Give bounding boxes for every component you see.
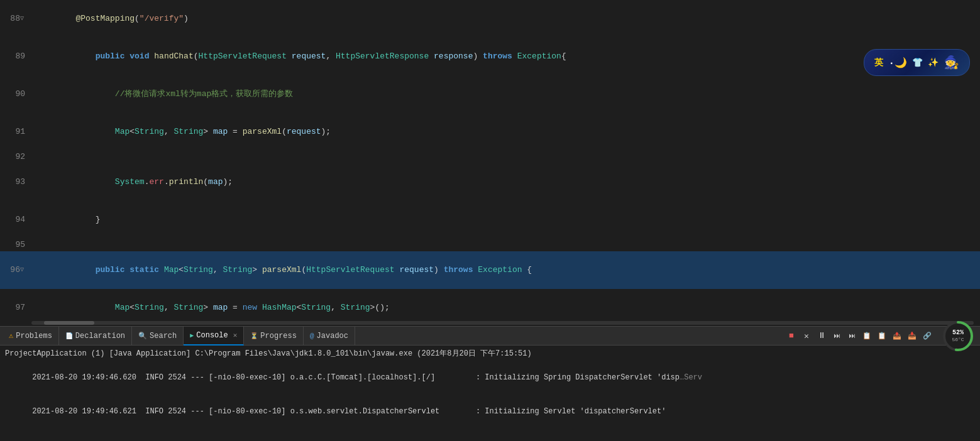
line-content-91: Map<String, String> map = parseXml(reque… — [31, 113, 980, 151]
stop-button[interactable]: ■ — [785, 330, 798, 342]
console-log-1: 2021-08-20 19:49:46.620 INFO 2524 --- [-… — [5, 361, 975, 395]
line-content-96: public static Map<String, String> parseX… — [31, 251, 980, 289]
code-line-96: 96 ▽ public static Map<String, String> p… — [0, 251, 980, 289]
console-log-2: 2021-08-20 19:49:46.621 INFO 2524 --- [-… — [5, 395, 975, 428]
console-close[interactable]: ✕ — [233, 331, 238, 339]
tab-search-label: Search — [150, 332, 177, 340]
import-button[interactable]: 📥 — [906, 330, 918, 342]
progress-icon: ⏳ — [250, 332, 258, 340]
gutter-94: 94 — [0, 201, 31, 239]
copy-button[interactable]: 📋 — [861, 330, 873, 342]
weather-shirt: 👕 — [912, 57, 923, 68]
gutter-93: 93 — [0, 163, 31, 201]
line-content-97: Map<String, String> map = new HashMap<St… — [31, 289, 980, 320]
code-line-97: 97 Map<String, String> map = new HashMap… — [0, 289, 980, 320]
code-container[interactable]: 88 ▽ @PostMapping("/verify") 89 public v… — [0, 0, 980, 320]
tab-progress-label: Progress — [260, 332, 297, 340]
line-content-94: } — [31, 201, 980, 239]
tab-search[interactable]: 🔍 Search — [132, 327, 184, 346]
progress-circle-widget: 52% 56°C — [941, 319, 975, 353]
tab-problems[interactable]: ⚠ Problems — [3, 327, 59, 346]
horizontal-scrollbar[interactable] — [0, 320, 980, 326]
declaration-icon: 📄 — [65, 332, 73, 340]
tab-progress[interactable]: ⏳ Progress — [244, 327, 304, 346]
fold-icon-96[interactable]: ▽ — [20, 264, 24, 276]
link-button[interactable]: 🔗 — [921, 330, 933, 342]
weather-wizard: 🧙 — [944, 55, 959, 70]
console-content[interactable]: ProjectApplication (1) [Java Application… — [0, 346, 980, 441]
paste-button[interactable]: 📋 — [876, 330, 888, 342]
code-line-94: 94 } — [0, 201, 980, 239]
gutter-90: 90 — [0, 75, 31, 113]
export-button[interactable]: 📤 — [891, 330, 903, 342]
code-line-95: 95 — [0, 239, 980, 251]
gutter-95: 95 — [0, 239, 31, 251]
tab-bar: ⚠ Problems 📄 Declaration 🔍 Search ▶ Cons… — [0, 327, 980, 346]
weather-widget: 英 ·🌙 👕 ✨ 🧙 — [864, 49, 970, 76]
line-content-92 — [31, 151, 980, 163]
pause-button[interactable]: ⏸ — [815, 330, 828, 342]
tab-javadoc-label: Javadoc — [317, 332, 348, 340]
line-content-90: //将微信请求xml转为map格式，获取所需的参数 — [31, 75, 980, 113]
code-line-92: 92 — [0, 151, 980, 163]
tab-problems-label: Problems — [16, 332, 52, 340]
gutter-96: 96 ▽ — [0, 251, 31, 289]
weather-text: 英 — [874, 57, 883, 68]
skip2-button[interactable]: ⏭ — [845, 330, 858, 342]
code-line-90: 90 //将微信请求xml转为map格式，获取所需的参数 — [0, 75, 980, 113]
line-content-89: public void handChat(HttpServletRequest … — [31, 38, 980, 75]
javadoc-icon: @ — [310, 332, 314, 340]
skip-button[interactable]: ⏭ — [830, 330, 843, 342]
gutter-89: 89 — [0, 38, 31, 75]
bottom-panel: ⚠ Problems 📄 Declaration 🔍 Search ▶ Cons… — [0, 326, 980, 441]
problems-icon: ⚠ — [9, 331, 13, 340]
gutter-97: 97 — [0, 289, 31, 320]
weather-stars: ✨ — [928, 57, 939, 68]
tab-console-label: Console — [196, 331, 228, 340]
console-icon: ▶ — [190, 332, 194, 339]
gutter-88: 88 ▽ — [0, 0, 31, 38]
progress-percent: 52% — [952, 329, 964, 337]
tab-console[interactable]: ▶ Console ✕ — [184, 327, 244, 346]
line-content-88: @PostMapping("/verify") — [31, 0, 980, 38]
code-line-91: 91 Map<String, String> map = parseXml(re… — [0, 113, 980, 151]
gutter-92: 92 — [0, 151, 31, 163]
console-log-3: 2021-08-20 19:49:46.631 INFO 2524 --- [-… — [5, 428, 975, 441]
line-content-95 — [31, 239, 980, 251]
tab-declaration-label: Declaration — [75, 332, 125, 340]
gutter-91: 91 — [0, 113, 31, 151]
line-content-93: System.err.println(map); — [31, 163, 980, 201]
code-line-93: 93 System.err.println(map); — [0, 163, 980, 201]
terminate-button[interactable]: ✕ — [800, 330, 813, 342]
weather-moon: ·🌙 — [888, 57, 907, 69]
tab-declaration[interactable]: 📄 Declaration — [59, 327, 132, 346]
search-tab-icon: 🔍 — [138, 332, 147, 340]
tab-javadoc[interactable]: @ Javadoc — [304, 327, 355, 346]
editor-area: 88 ▽ @PostMapping("/verify") 89 public v… — [0, 0, 980, 326]
code-line-88: 88 ▽ @PostMapping("/verify") — [0, 0, 980, 38]
progress-temp: 56°C — [952, 337, 964, 343]
fold-icon-88[interactable]: ▽ — [20, 13, 24, 25]
code-line-89: 89 public void handChat(HttpServletReque… — [0, 38, 980, 75]
